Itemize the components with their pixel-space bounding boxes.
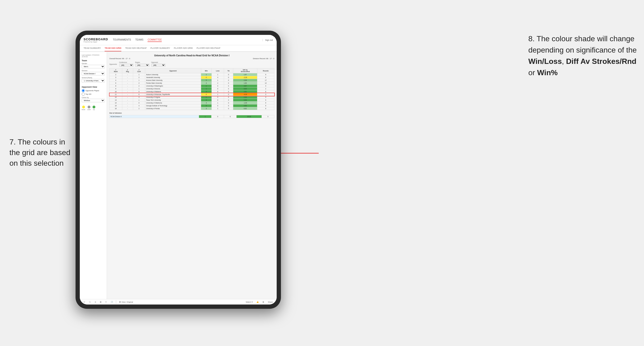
tab-team-h2h-grid[interactable]: TEAM H2H GRID <box>104 45 121 51</box>
col-win: Win <box>201 68 212 73</box>
cell-opponent: Vanderbilt University <box>145 76 201 79</box>
cell-win: 3 <box>201 107 212 110</box>
toolbar-redo[interactable]: ↪ <box>88 301 92 304</box>
toolbar-clock[interactable]: 🕐 <box>110 301 114 304</box>
tab-team-h2h-heatmap[interactable]: TEAM H2H HEATMAP <box>125 45 146 51</box>
cell-rounds: 9 <box>257 104 274 107</box>
cell-win: 3 <box>201 102 212 104</box>
gender-select[interactable]: Men's <box>82 65 105 68</box>
toolbar-view[interactable]: 🖥 View: Original <box>118 301 134 304</box>
tab-player-h2h-grid[interactable]: PLAYER H2H GRID <box>174 45 193 51</box>
opponent-select[interactable]: (All) <box>151 64 166 67</box>
toolbar-share[interactable]: Share <box>267 301 274 304</box>
legend-level-dot <box>88 106 90 108</box>
cell-conf: 2 <box>133 76 145 79</box>
toolbar-undo[interactable]: ↩ <box>82 301 86 304</box>
nav-committee[interactable]: COMMITTEE <box>148 38 162 42</box>
cell-win: 5 <box>201 79 212 82</box>
cell-reg: - <box>122 87 133 90</box>
toolbar-feedback[interactable]: 👍 <box>256 301 260 304</box>
radio-opponents-played[interactable]: Opponents Played <box>82 89 105 92</box>
cell-tie: 0 <box>224 104 233 107</box>
table-row: 8 - 2 University of Washington 1 0 0 3.6… <box>110 85 274 87</box>
table-row: 11 - 6 University of Arkansas, Fayettevi… <box>110 93 274 96</box>
conference-select[interactable]: (All) <box>119 64 134 67</box>
cell-diff: -1.00 <box>233 102 257 104</box>
cell-rounds: 8 <box>257 76 274 79</box>
nav-tournaments[interactable]: TOURNAMENTS <box>113 38 131 42</box>
cell-rank: 9 <box>110 87 122 90</box>
division-select[interactable]: NCAA Division I <box>82 72 105 75</box>
cell-reg: - <box>122 79 133 82</box>
timestamp: Last Updated: 27/03/2024 16:55:38 <box>82 54 105 57</box>
cell-diff: 2.28 <box>233 79 257 82</box>
tab-player-summary[interactable]: PLAYER SUMMARY <box>150 45 170 51</box>
opponents-filter-label: Opponents: <box>109 63 117 65</box>
table-row: 14 - 0 University of Oklahoma 3 1 0 -1.0… <box>110 102 274 104</box>
cell-conf: 2 <box>133 82 145 85</box>
cell-conf: 0 <box>133 102 145 104</box>
annotation-right: 8. The colour shade will change dependin… <box>528 33 637 78</box>
cell-conf: 1 <box>133 87 145 90</box>
filter-row: Opponents: Conference (All) Region (All) <box>109 61 274 67</box>
cell-tie: 0 <box>224 73 233 76</box>
tab-team-summary[interactable]: TEAM SUMMARY <box>84 45 101 51</box>
cell-rank: 16 <box>110 107 122 110</box>
logo-sub: Powered by clippd <box>84 41 108 43</box>
table-row: 12 - 3 University of Virginia 1 0 0 2.33… <box>110 96 274 99</box>
out-of-division-row: NCAA Division II 1 0 0 26.00 3 <box>110 115 274 118</box>
cell-tie: 0 <box>224 107 233 110</box>
radio-top100[interactable]: Top 100 <box>82 93 105 96</box>
col-diff: Diff AvStrokes/Rnd <box>233 68 257 73</box>
toolbar-divider <box>116 300 116 304</box>
legend-level: Level <box>87 106 90 110</box>
toolbar-forward[interactable]: ⇥ <box>94 301 97 304</box>
toolbar-cut[interactable]: ✂ <box>104 301 108 304</box>
cell-rounds: 8 <box>257 90 274 93</box>
cell-rounds: 3 <box>257 96 274 99</box>
annotation-right-line1: 8. The colour shade will change dependin… <box>528 34 637 54</box>
tab-player-h2h-heatmap[interactable]: PLAYER H2H HEATMAP <box>197 45 220 51</box>
cell-loss: 0 <box>212 87 224 90</box>
cell-rank: 3 <box>110 76 122 79</box>
region-select[interactable]: (All) <box>135 64 150 67</box>
cell-opponent: University of Alabama <box>145 90 201 93</box>
tablet-screen: SCOREBOARD Powered by clippd TOURNAMENTS… <box>80 35 277 305</box>
cell-diff: -4.33 <box>233 93 257 96</box>
cell-tie: 0 <box>224 102 233 104</box>
cell-rounds: 2 <box>257 87 274 90</box>
out-division-diff: 26.00 <box>236 115 262 118</box>
toolbar-copy[interactable]: ⊞ <box>99 301 102 304</box>
legend-up-dot <box>92 106 95 108</box>
cell-rank: 8 <box>110 85 122 87</box>
toolbar-grid-icon[interactable]: ⊞ <box>262 301 265 304</box>
cell-conf: 2 <box>133 85 145 87</box>
col-reg: #Reg <box>122 68 133 73</box>
cell-loss: 0 <box>212 99 224 102</box>
sign-out[interactable]: Sign out <box>262 39 273 41</box>
region-label: Region <box>135 61 150 63</box>
toolbar-watch[interactable]: Watch ▾ <box>245 301 254 304</box>
annotation-left: 7. The colours in the grid are based on … <box>10 137 76 168</box>
cell-loss: 4 <box>212 76 224 79</box>
school-select[interactable]: 1. University of Nort... <box>82 79 105 82</box>
cell-rank: 2 <box>110 73 122 76</box>
cell-rank: 12 <box>110 96 122 99</box>
annotation-bold-winpct: Win% <box>537 68 558 77</box>
cell-opponent: Arizona State University <box>145 79 201 82</box>
cell-diff: 5.56 <box>233 99 257 102</box>
nav-teams[interactable]: TEAMS <box>135 38 143 42</box>
logo-area: SCOREBOARD Powered by clippd <box>84 37 108 43</box>
cell-rounds: 3 <box>257 85 274 87</box>
colour-by-select[interactable]: Win/loss <box>82 99 105 102</box>
col-loss: Loss <box>212 68 224 73</box>
cell-diff: 1.67 <box>233 73 257 76</box>
cell-loss: 0 <box>212 85 224 87</box>
cell-diff: -2.29 <box>233 76 257 79</box>
cell-conf: 6 <box>133 93 145 96</box>
cell-rank: 6 <box>110 82 122 85</box>
out-of-division: Out of division NCAA Division II 1 0 0 2… <box>109 112 274 118</box>
cell-rounds: 9 <box>257 102 274 104</box>
opponent-view-title: Opponent View <box>82 86 105 88</box>
gender-label: Gender <box>82 63 105 64</box>
